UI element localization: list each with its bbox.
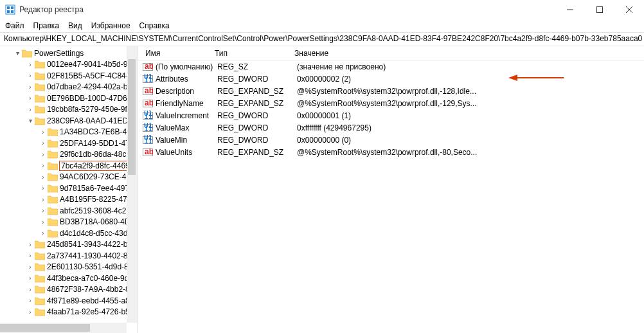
tree-node[interactable]: ›BD3B718A-0680-4D9D xyxy=(0,217,137,228)
expand-chevron-icon[interactable]: › xyxy=(39,151,48,158)
tree-node[interactable]: ›0012ee47-9041-4b5d-9b7 xyxy=(0,59,137,71)
tree-node-label: 9d7815a6-7ee4-497e- xyxy=(60,184,136,193)
expand-chevron-icon[interactable]: › xyxy=(26,241,35,248)
tree-node[interactable]: ›7bc4a2f9-d8fc-4469-b xyxy=(0,160,137,172)
tree-node[interactable]: ›29f6c1db-86da-48c5- xyxy=(0,149,137,161)
tree-node-label: 48672F38-7A9A-4bb2-8B xyxy=(47,285,135,294)
value-row[interactable]: 011110ValueIncrementREG_DWORD0x00000001 … xyxy=(138,109,644,122)
menu-file[interactable]: Файл xyxy=(5,21,24,30)
value-type: REG_DWORD xyxy=(217,123,297,132)
expand-chevron-icon[interactable]: › xyxy=(26,297,35,304)
maximize-button[interactable] xyxy=(585,0,614,19)
value-data: 0x00000000 (0) xyxy=(297,136,641,145)
tree-node[interactable]: ›48672F38-7A9A-4bb2-8B xyxy=(0,284,137,296)
tree-node[interactable]: ›9d7815a6-7ee4-497e- xyxy=(0,183,137,194)
expand-chevron-icon[interactable]: ▾ xyxy=(13,50,22,57)
tree-node[interactable]: ›4f971e89-eebd-4455-a8d xyxy=(0,295,137,307)
tree-scrollbar-vertical[interactable] xyxy=(127,46,137,323)
value-row[interactable]: abValueUnitsREG_EXPAND_SZ@%SystemRoot%\s… xyxy=(138,146,644,158)
expand-chevron-icon[interactable]: › xyxy=(39,184,48,192)
tree-node[interactable]: ›4faab71a-92e5-4726-b53 xyxy=(0,307,137,318)
value-name: ValueIncrement xyxy=(156,111,217,120)
column-header-value[interactable]: Значение xyxy=(294,49,641,58)
expand-chevron-icon[interactable]: › xyxy=(39,219,48,226)
expand-chevron-icon[interactable]: › xyxy=(39,140,48,147)
value-row[interactable]: 011110ValueMaxREG_DWORD0xffffffff (42949… xyxy=(138,122,644,134)
expand-chevron-icon[interactable]: › xyxy=(39,196,48,203)
binary-icon: 011110 xyxy=(143,123,153,133)
tree-node-label: 44f3beca-a7c0-460e-9df2 xyxy=(47,274,135,283)
folder-icon xyxy=(35,94,45,103)
tree-node-label: 19cbb8fa-5279-450e-9fac xyxy=(47,105,135,114)
folder-icon xyxy=(48,195,58,204)
tree-node[interactable]: ›0E796BDB-100D-47D6-A2 xyxy=(0,93,137,104)
tree-node-label: 0012ee47-9041-4b5d-9b7 xyxy=(47,60,136,69)
expand-chevron-icon[interactable]: › xyxy=(39,129,48,136)
tree-node[interactable]: ›0d7dbae2-4294-402a-ba8 xyxy=(0,82,137,93)
expand-chevron-icon[interactable]: › xyxy=(26,72,35,79)
expand-chevron-icon[interactable]: › xyxy=(26,252,35,259)
value-name: (По умолчанию) xyxy=(156,62,217,71)
tree-node[interactable]: ›abfc2519-3608-4c2a-9 xyxy=(0,205,137,217)
folder-icon xyxy=(48,206,58,215)
expand-chevron-icon[interactable]: › xyxy=(26,106,35,113)
column-header-name[interactable]: Имя xyxy=(140,49,215,58)
value-type: REG_EXPAND_SZ xyxy=(217,148,297,157)
tree-node[interactable]: ›A4B195F5-8225-47D8- xyxy=(0,194,137,206)
value-row[interactable]: abDescriptionREG_EXPAND_SZ@%SystemRoot%\… xyxy=(138,85,644,97)
value-row[interactable]: 011110ValueMinREG_DWORD0x00000000 (0) xyxy=(138,134,644,146)
svg-text:110: 110 xyxy=(144,112,153,121)
folder-icon xyxy=(48,184,58,193)
value-row[interactable]: abFriendlyNameREG_EXPAND_SZ@%SystemRoot%… xyxy=(138,97,644,109)
expand-chevron-icon[interactable]: › xyxy=(39,162,48,169)
menu-view[interactable]: Вид xyxy=(68,21,82,30)
menu-favorites[interactable]: Избранное xyxy=(91,21,130,30)
tree-node[interactable]: ›2E601130-5351-4d9d-8E0 xyxy=(0,262,137,273)
expand-chevron-icon[interactable]: › xyxy=(26,84,35,91)
tree-node[interactable]: ›25DFA149-5DD1-4736 xyxy=(0,138,137,149)
value-type: REG_EXPAND_SZ xyxy=(217,99,297,108)
expand-chevron-icon[interactable]: › xyxy=(26,61,35,68)
value-type: REG_DWORD xyxy=(217,111,297,120)
expand-chevron-icon[interactable]: › xyxy=(26,309,35,316)
folder-icon xyxy=(35,82,45,91)
svg-text:ab: ab xyxy=(145,86,153,95)
tree-node[interactable]: ›02F815B5-A5CF-4C84-BF xyxy=(0,70,137,82)
menubar: Файл Правка Вид Избранное Справка xyxy=(0,19,644,32)
folder-icon xyxy=(48,172,58,181)
value-type: REG_DWORD xyxy=(217,136,297,145)
regedit-icon xyxy=(5,4,15,15)
column-header-type[interactable]: Тип xyxy=(215,49,294,58)
tree-node[interactable]: ›44f3beca-a7c0-460e-9df2 xyxy=(0,273,137,284)
menu-help[interactable]: Справка xyxy=(139,21,170,30)
string-icon: ab xyxy=(143,98,153,109)
expand-chevron-icon[interactable]: › xyxy=(26,94,35,102)
tree-node[interactable]: ▾238C9FA8-0AAD-41ED-8 xyxy=(0,115,137,127)
tree-node[interactable]: ›d4c1d4c8-d5cc-43d3- xyxy=(0,228,137,239)
tree-scrollbar-horizontal[interactable] xyxy=(0,323,127,333)
tree-node[interactable]: ›245d8541-3943-4422-b02 xyxy=(0,239,137,251)
value-row[interactable]: ab(По умолчанию)REG_SZ(значение не присв… xyxy=(138,60,644,73)
expand-chevron-icon[interactable]: ▾ xyxy=(26,117,35,124)
tree-node-label: 02F815B5-A5CF-4C84-BF xyxy=(47,71,137,80)
value-data: (значение не присвоено) xyxy=(297,62,641,71)
expand-chevron-icon[interactable]: › xyxy=(26,286,35,293)
expand-chevron-icon[interactable]: › xyxy=(39,230,48,237)
tree-node[interactable]: ›2a737441-1930-4402-8d7 xyxy=(0,250,137,262)
folder-icon xyxy=(35,274,45,283)
tree-node[interactable]: ▾PowerSettings xyxy=(0,48,137,59)
menu-edit[interactable]: Правка xyxy=(33,21,60,30)
address-bar[interactable]: Компьютер\HKEY_LOCAL_MACHINE\SYSTEM\Curr… xyxy=(0,32,644,46)
tree-node[interactable]: ›19cbb8fa-5279-450e-9fac xyxy=(0,104,137,116)
expand-chevron-icon[interactable]: › xyxy=(39,174,48,181)
value-row[interactable]: 011110AttributesREG_DWORD0x00000002 (2) xyxy=(138,73,644,85)
expand-chevron-icon[interactable]: › xyxy=(26,274,35,282)
tree-node[interactable]: ›94AC6D29-73CE-41A6 xyxy=(0,172,137,183)
svg-text:110: 110 xyxy=(144,75,153,84)
value-name: ValueMin xyxy=(156,136,217,145)
tree-node[interactable]: ›1A34BDC3-7E6B-442E xyxy=(0,127,137,138)
close-button[interactable] xyxy=(614,0,644,19)
expand-chevron-icon[interactable]: › xyxy=(26,264,35,271)
minimize-button[interactable] xyxy=(555,0,585,19)
expand-chevron-icon[interactable]: › xyxy=(39,207,48,214)
